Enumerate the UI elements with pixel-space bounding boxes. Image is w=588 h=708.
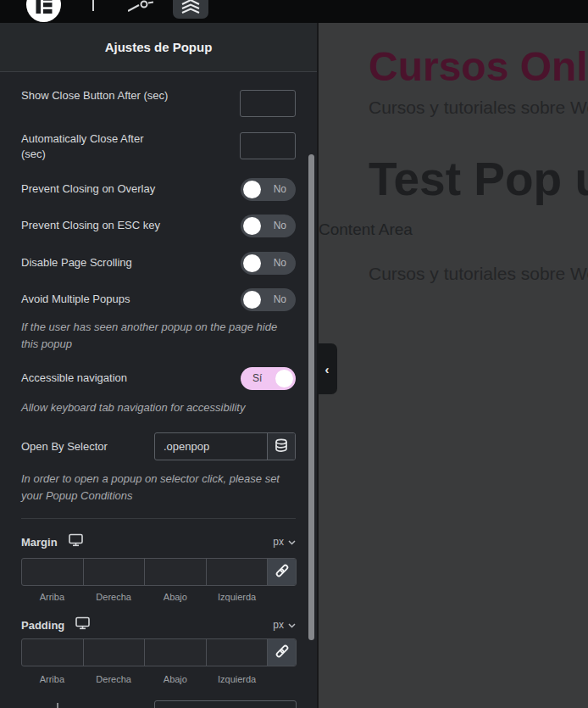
show-close-after-input[interactable] bbox=[240, 90, 296, 117]
accessible-nav-description: Allow keyboard tab navigation for access… bbox=[21, 399, 294, 416]
toggle-state: No bbox=[274, 293, 286, 305]
elementor-popup-editor: Ajustes de Popup Show Close Button After… bbox=[0, 0, 588, 708]
dim-label-right: Derecha bbox=[83, 592, 145, 602]
layers-icon bbox=[180, 0, 202, 19]
padding-top-input[interactable] bbox=[22, 639, 83, 666]
prevent-esc-toggle[interactable]: No bbox=[241, 215, 296, 237]
dynamic-tags-button[interactable] bbox=[267, 433, 295, 460]
popup-text-widget[interactable]: Cursos y tutoriales sobre Wor bbox=[369, 264, 588, 284]
avoid-multiple-label: Avoid Multiple Popups bbox=[21, 292, 130, 307]
panel-header: Ajustes de Popup bbox=[0, 23, 317, 72]
avoid-multiple-description: If the user has seen another popup on th… bbox=[21, 319, 294, 353]
toggle-knob bbox=[243, 291, 261, 309]
section-divider bbox=[21, 518, 296, 519]
disable-scroll-toggle[interactable]: No bbox=[241, 252, 296, 275]
dim-label-left: Izquierda bbox=[206, 592, 268, 602]
toolbar-divider-icon bbox=[92, 0, 94, 11]
margin-left-input[interactable] bbox=[206, 559, 268, 585]
toggle-knob bbox=[243, 217, 261, 235]
accessible-nav-toggle[interactable]: Sí bbox=[241, 367, 296, 390]
link-icon bbox=[274, 562, 291, 582]
open-selector-description: In order to open a popup on selector cli… bbox=[21, 471, 294, 505]
dim-label-top: Arriba bbox=[21, 674, 83, 684]
site-settings-sliders-icon[interactable] bbox=[128, 0, 153, 13]
panel-collapse-button[interactable]: ‹ bbox=[317, 343, 337, 394]
structure-navigator-button[interactable] bbox=[173, 0, 208, 19]
padding-left-input[interactable] bbox=[206, 639, 268, 666]
open-selector-field bbox=[154, 432, 296, 460]
padding-label: Padding bbox=[21, 619, 64, 632]
padding-link-values-button[interactable] bbox=[267, 639, 296, 666]
elementor-logo-icon[interactable] bbox=[26, 0, 61, 22]
content-area-label: Content Area bbox=[319, 220, 413, 239]
open-selector-input[interactable] bbox=[155, 433, 267, 460]
toggle-state: No bbox=[274, 257, 286, 269]
padding-right-input[interactable] bbox=[83, 639, 145, 666]
chevron-down-icon bbox=[288, 536, 296, 548]
avoid-multiple-toggle[interactable]: No bbox=[241, 288, 296, 311]
padding-dimensions-group bbox=[21, 638, 297, 666]
margin-header: Margin px bbox=[21, 534, 296, 549]
dim-label-right: Derecha bbox=[83, 674, 145, 684]
prevent-esc-label: Prevent Closing on ESC key bbox=[21, 218, 160, 233]
accessible-nav-label: Accessible navigation bbox=[21, 371, 127, 386]
margin-link-values-button[interactable] bbox=[267, 559, 296, 585]
next-row-partial-input[interactable] bbox=[154, 700, 297, 708]
auto-close-after-input[interactable] bbox=[240, 132, 296, 159]
database-icon bbox=[275, 438, 288, 455]
site-subheading[interactable]: Cursos y tutoriales sobre Wor bbox=[369, 98, 588, 118]
margin-dimensions-group bbox=[21, 558, 297, 586]
toggle-state: No bbox=[274, 183, 286, 195]
desktop-device-icon[interactable] bbox=[75, 616, 90, 633]
padding-unit-select[interactable]: px bbox=[273, 619, 296, 631]
toggle-knob bbox=[243, 254, 261, 272]
site-heading[interactable]: Cursos Onli bbox=[369, 43, 588, 90]
margin-top-input[interactable] bbox=[22, 559, 83, 585]
unit-value: px bbox=[273, 536, 284, 548]
panel-title: Ajustes de Popup bbox=[105, 40, 213, 54]
auto-close-after-label: Automatically Close After (sec) bbox=[21, 131, 169, 162]
padding-header: Padding px bbox=[21, 617, 296, 633]
disable-scroll-label: Disable Page Scrolling bbox=[21, 255, 132, 270]
link-icon bbox=[274, 643, 291, 662]
popup-title-widget[interactable]: Test Pop up bbox=[369, 152, 588, 206]
toggle-knob bbox=[243, 181, 261, 198]
panel-scrollbar-thumb[interactable] bbox=[308, 154, 314, 640]
dim-label-bottom: Abajo bbox=[145, 592, 207, 602]
top-bar bbox=[0, 0, 588, 23]
next-row-partial-text bbox=[57, 703, 58, 708]
margin-right-input[interactable] bbox=[83, 559, 145, 585]
toggle-knob bbox=[275, 370, 293, 387]
padding-dimension-labels: Arriba Derecha Abajo Izquierda bbox=[21, 674, 268, 684]
popup-settings-panel: Ajustes de Popup Show Close Button After… bbox=[0, 23, 319, 708]
dim-label-left: Izquierda bbox=[206, 674, 268, 684]
toggle-state: Sí bbox=[252, 372, 262, 384]
prevent-overlay-label: Prevent Closing on Overlay bbox=[21, 181, 155, 197]
dim-label-top: Arriba bbox=[21, 592, 83, 602]
margin-label: Margin bbox=[21, 536, 58, 549]
margin-dimension-labels: Arriba Derecha Abajo Izquierda bbox=[21, 592, 268, 602]
chevron-down-icon bbox=[288, 619, 296, 631]
prevent-overlay-toggle[interactable]: No bbox=[241, 178, 296, 201]
toggle-state: No bbox=[274, 220, 286, 231]
preview-canvas: Cursos Onli Cursos y tutoriales sobre Wo… bbox=[319, 23, 588, 708]
dim-label-bottom: Abajo bbox=[145, 674, 207, 684]
margin-unit-select[interactable]: px bbox=[273, 536, 296, 548]
padding-bottom-input[interactable] bbox=[144, 639, 206, 666]
unit-value: px bbox=[273, 619, 284, 631]
open-selector-label: Open By Selector bbox=[21, 439, 108, 454]
show-close-after-label: Show Close Button After (sec) bbox=[21, 88, 168, 103]
desktop-device-icon[interactable] bbox=[69, 533, 83, 550]
margin-bottom-input[interactable] bbox=[144, 559, 206, 585]
chevron-left-icon: ‹ bbox=[325, 362, 330, 376]
